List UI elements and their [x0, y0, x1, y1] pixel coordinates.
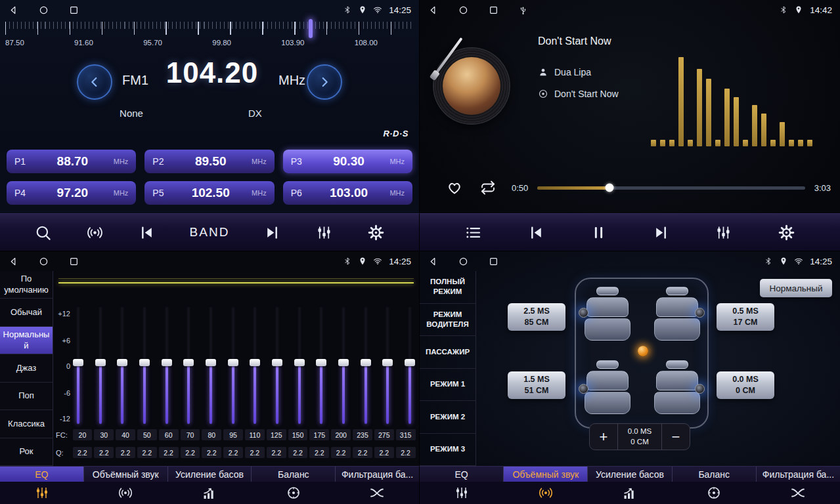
eq-preset-normal[interactable]: Нормальный [0, 327, 53, 354]
eq-band-slider[interactable] [338, 307, 349, 424]
prev-track-icon[interactable] [527, 224, 545, 242]
back-icon[interactable] [8, 256, 19, 267]
tab-surround[interactable]: Объёмный звук [504, 467, 588, 482]
home-icon[interactable] [38, 256, 49, 267]
eq-band-slider[interactable] [95, 307, 106, 424]
tab-filter-cell[interactable] [335, 482, 419, 504]
favorite-icon[interactable] [446, 179, 463, 196]
eq-band-slider[interactable] [272, 307, 282, 424]
tab-eq[interactable]: EQ [420, 467, 504, 482]
mode-1[interactable]: РЕЖИМ 1 [420, 369, 475, 402]
preset-button-p3[interactable]: P3 90.30 MHz [283, 150, 412, 173]
settings-gear-icon[interactable] [367, 224, 385, 242]
home-icon[interactable] [458, 256, 469, 267]
profile-button[interactable]: Нормальный [760, 279, 832, 297]
recents-icon[interactable] [488, 256, 499, 267]
tab-eq[interactable]: EQ [0, 467, 84, 482]
preset-button-p1[interactable]: P1 88.70 MHz [7, 150, 136, 173]
progress-bar[interactable] [537, 186, 805, 190]
tab-balance-cell[interactable] [672, 482, 756, 504]
delay-button-front-left[interactable]: 2.5 MS 85 CM [508, 303, 565, 331]
next-station-icon[interactable] [263, 224, 281, 242]
mode-3[interactable]: РЕЖИМ 3 [420, 434, 475, 467]
eq-band-q: 2.2 [73, 447, 93, 458]
mode-2[interactable]: РЕЖИМ 2 [420, 401, 475, 434]
increase-delay-button[interactable]: + [590, 424, 617, 450]
playlist-icon[interactable] [464, 224, 482, 242]
eq-band-slider[interactable] [316, 307, 326, 424]
preset-button-p4[interactable]: P4 97.20 MHz [7, 181, 136, 205]
tab-bass-boost[interactable]: Усиление басов [588, 467, 672, 482]
recents-icon[interactable] [488, 5, 499, 16]
seek-up-button[interactable] [307, 64, 342, 100]
mode-driver[interactable]: РЕЖИМ ВОДИТЕЛЯ [420, 304, 475, 337]
tab-balance[interactable]: Баланс [252, 467, 336, 482]
settings-gear-icon[interactable] [778, 224, 795, 242]
eq-band-slider[interactable] [73, 307, 83, 424]
tab-filter[interactable]: Фильтрация ба... [757, 467, 840, 482]
radio-broadcast-icon[interactable] [86, 224, 104, 242]
tab-surround[interactable]: Объёмный звук [84, 467, 168, 482]
next-track-icon[interactable] [652, 224, 670, 242]
repeat-icon[interactable] [480, 180, 496, 196]
home-icon[interactable] [38, 5, 49, 16]
pause-icon[interactable] [590, 224, 608, 242]
audio-settings-icon[interactable] [315, 224, 333, 242]
eq-band-slider[interactable] [361, 307, 371, 424]
eq-preset-custom[interactable]: Обычай [0, 299, 53, 326]
home-icon[interactable] [458, 5, 469, 16]
eq-band-slider[interactable] [294, 307, 305, 424]
eq-preset-classic[interactable]: Классика [0, 410, 53, 438]
tab-eq-cell[interactable] [420, 482, 504, 504]
eq-band-slider[interactable] [405, 307, 415, 424]
tab-filter[interactable]: Фильтрация ба... [336, 467, 419, 482]
eq-band-slider[interactable] [183, 307, 194, 424]
preset-button-p2[interactable]: P2 89.50 MHz [144, 150, 274, 173]
mode-full[interactable]: ПОЛНЫЙ РЕЖИМ [420, 271, 475, 304]
prev-station-icon[interactable] [138, 224, 156, 242]
delay-button-rear-right[interactable]: 0.0 MS 0 CM [717, 371, 774, 399]
tab-balance-cell[interactable] [252, 482, 336, 504]
fc-label: FC: [55, 431, 72, 439]
eq-band-slider[interactable] [162, 307, 172, 424]
tab-bass-boost[interactable]: Усиление басов [168, 467, 252, 482]
delay-adjuster: + 0.0 MS 0 CM − [589, 423, 690, 450]
recents-icon[interactable] [68, 5, 79, 16]
eq-band-slider[interactable] [382, 307, 393, 424]
eq-band-slider[interactable] [139, 307, 150, 424]
eq-band-slider[interactable] [228, 307, 238, 424]
back-icon[interactable] [428, 5, 439, 16]
tab-surround-cell[interactable] [504, 482, 588, 504]
tuning-indicator[interactable] [309, 19, 313, 38]
frequency-ruler[interactable]: 87.50 91.60 95.70 99.80 103.90 108.00 [5, 22, 414, 53]
back-icon[interactable] [8, 5, 19, 16]
decrease-delay-button[interactable]: − [662, 424, 690, 450]
delay-button-rear-left[interactable]: 1.5 MS 51 CM [508, 371, 565, 399]
band-button[interactable]: BAND [190, 225, 230, 240]
mode-passenger[interactable]: ПАССАЖИР [420, 336, 475, 369]
eq-preset-pop[interactable]: Поп [0, 383, 53, 410]
audio-settings-icon[interactable] [715, 224, 732, 242]
eq-preset-jazz[interactable]: Джаз [0, 354, 53, 382]
recents-icon[interactable] [68, 256, 79, 267]
tab-eq-cell[interactable] [0, 482, 84, 504]
eq-band-slider[interactable] [250, 307, 260, 424]
eq-preset-default[interactable]: По умолчанию [0, 271, 53, 299]
tab-balance[interactable]: Баланс [673, 467, 757, 482]
search-stations-icon[interactable] [34, 224, 52, 242]
eq-band-slider[interactable] [206, 307, 216, 424]
eq-band-slider[interactable] [117, 307, 127, 424]
seek-down-button[interactable] [77, 64, 112, 100]
tab-filter-cell[interactable] [756, 482, 840, 504]
preset-button-p5[interactable]: P5 102.50 MHz [144, 181, 274, 205]
preset-button-p6[interactable]: P6 103.00 MHz [283, 181, 412, 205]
eq-band-area: +12 +6 0 -6 -12 [53, 271, 419, 466]
back-icon[interactable] [428, 256, 439, 267]
tab-bass-cell[interactable] [167, 482, 252, 504]
listening-point[interactable] [638, 346, 648, 356]
eq-preset-rock[interactable]: Рок [0, 438, 53, 466]
tab-surround-cell[interactable] [84, 482, 168, 504]
progress-thumb[interactable] [606, 184, 614, 192]
delay-button-front-right[interactable]: 0.5 MS 17 CM [717, 303, 774, 331]
tab-bass-cell[interactable] [588, 482, 672, 504]
